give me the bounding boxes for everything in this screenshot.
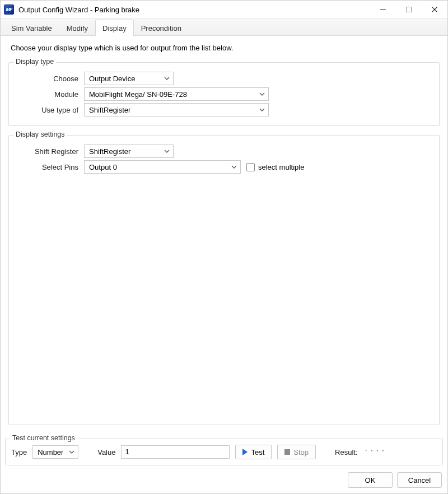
result-value: ' ' ' '	[366, 448, 385, 456]
result-label: Result:	[335, 448, 357, 456]
svg-rect-1	[407, 7, 412, 12]
usetype-label: Use type of	[16, 106, 84, 114]
choose-label: Choose	[16, 74, 84, 83]
test-legend: Test current settings	[10, 434, 77, 442]
shiftreg-select[interactable]: ShiftRegister	[84, 145, 174, 158]
chevron-down-icon	[259, 91, 265, 97]
selectpins-select[interactable]: Output 0	[84, 160, 241, 174]
close-button[interactable]	[422, 1, 447, 18]
tab-modify[interactable]: Modify	[59, 20, 95, 36]
chevron-down-icon	[231, 164, 237, 170]
selectpins-label: Select Pins	[16, 163, 84, 171]
tabstrip: Sim Variable Modify Display Precondition	[1, 18, 447, 36]
chevron-down-icon	[164, 76, 170, 81]
usetype-select[interactable]: ShiftRegister	[84, 103, 269, 116]
chevron-down-icon	[259, 107, 265, 113]
maximize-icon	[406, 7, 412, 12]
display-type-group: Display type Choose Output Device Module…	[8, 62, 440, 126]
shiftreg-label: Shift Register	[16, 147, 84, 156]
module-label: Module	[16, 90, 84, 99]
window-title: Output Config Wizard - Parking brake	[18, 6, 139, 14]
tab-body: Choose your display type which is used f…	[1, 36, 447, 435]
minimize-icon	[380, 7, 386, 12]
type-label: Type	[11, 448, 27, 456]
stop-icon	[284, 449, 290, 455]
tab-display[interactable]: Display	[95, 20, 134, 36]
type-select[interactable]: Number	[32, 445, 78, 459]
output-config-wizard-window: MF Output Config Wizard - Parking brake …	[0, 0, 448, 494]
titlebar: MF Output Config Wizard - Parking brake	[1, 1, 447, 18]
play-icon	[242, 449, 248, 455]
value-input[interactable]: 1	[121, 445, 230, 459]
checkbox-icon	[246, 163, 255, 171]
test-settings-group: Test current settings Type Number Value …	[5, 439, 443, 465]
display-settings-group: Display settings Shift Register ShiftReg…	[8, 135, 440, 425]
test-button[interactable]: Test	[235, 445, 272, 459]
stop-button[interactable]: Stop	[277, 445, 316, 459]
chevron-down-icon	[69, 449, 74, 455]
ok-button[interactable]: OK	[348, 472, 393, 488]
minimize-button[interactable]	[370, 1, 396, 18]
close-icon	[432, 7, 437, 12]
select-multiple-label: select multiple	[258, 163, 304, 171]
choose-select[interactable]: Output Device	[84, 72, 174, 85]
dialog-footer: OK Cancel	[1, 470, 447, 493]
value-label: Value	[97, 448, 115, 456]
select-multiple-checkbox[interactable]: select multiple	[246, 163, 304, 171]
cancel-button[interactable]: Cancel	[397, 472, 442, 488]
chevron-down-icon	[164, 148, 170, 154]
maximize-button[interactable]	[396, 1, 422, 18]
display-type-legend: Display type	[13, 58, 56, 66]
display-settings-legend: Display settings	[13, 131, 67, 138]
tab-sim-variable[interactable]: Sim Variable	[4, 20, 59, 36]
instruction-text: Choose your display type which is used f…	[11, 44, 437, 52]
module-select[interactable]: MobiFlight Mega/ SN-09E-728	[84, 87, 269, 101]
app-icon: MF	[4, 4, 14, 15]
tab-precondition[interactable]: Precondition	[134, 20, 189, 36]
